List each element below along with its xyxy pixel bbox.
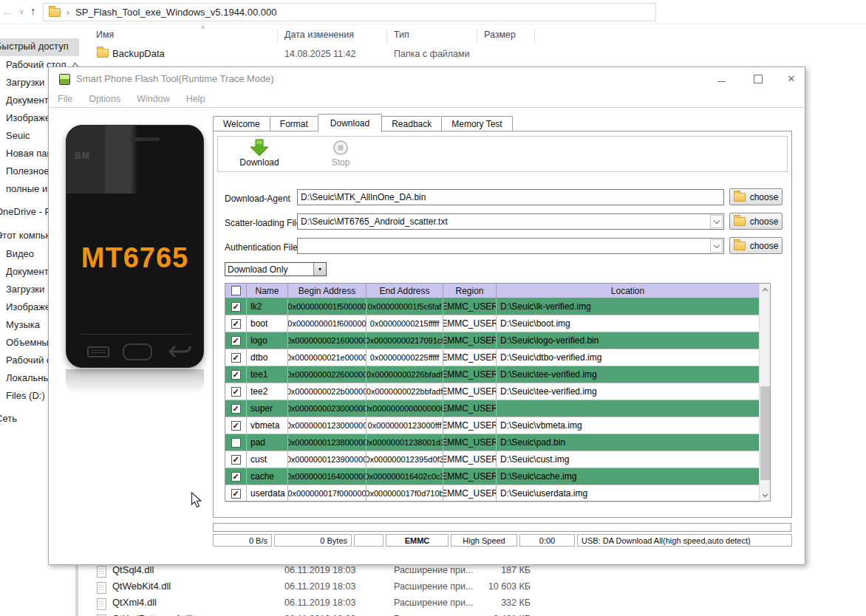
- auth-file-input[interactable]: [297, 238, 724, 254]
- download-agent-input[interactable]: [297, 189, 724, 205]
- tab-format[interactable]: Format: [270, 116, 318, 131]
- column-separator[interactable]: [477, 29, 477, 43]
- scatter-dropdown-button[interactable]: [710, 215, 723, 228]
- file-row-backupdata[interactable]: BackupData 14.08.2025 11:42 Папка с файл…: [0, 46, 866, 64]
- table-row[interactable]: ✓boot0x000000001f6000000x00000000215ffff…: [225, 315, 760, 332]
- column-separator[interactable]: [386, 29, 387, 43]
- auth-choose-button[interactable]: choose: [729, 237, 783, 254]
- row-checkbox[interactable]: ✓: [231, 472, 241, 482]
- cell-end-address: 0x000000016402c0c3: [366, 468, 443, 485]
- table-row[interactable]: ✓tee20x0000000022b000000x0000000022bbfad…: [225, 383, 760, 400]
- tab-memory-test[interactable]: Memory Test: [441, 116, 512, 131]
- file-row[interactable]: QtWebKit4.dll06.11.2019 18:03Расширение …: [0, 579, 866, 595]
- table-row[interactable]: ✓super0x00000000230000000x00000000000000…: [225, 400, 760, 417]
- address-bar[interactable]: › SP_Flash_Tool_exe_Windows_v5.1944.00.0…: [43, 3, 656, 21]
- scatter-choose-button[interactable]: choose: [729, 213, 783, 230]
- tab-readback[interactable]: Readback: [381, 116, 442, 131]
- auth-dropdown-button[interactable]: [710, 239, 723, 253]
- row-checkbox[interactable]: ✓: [231, 302, 241, 312]
- close-button[interactable]: ✕: [780, 72, 802, 86]
- row-checkbox-cell: [225, 434, 247, 451]
- scatter-file-input[interactable]: [297, 213, 724, 230]
- cell-begin-address: 0x0000000022600000: [288, 366, 366, 383]
- folder-icon: [734, 217, 746, 226]
- menu-help[interactable]: Help: [186, 91, 205, 107]
- table-row[interactable]: ✓userdata0x000000017f0000000x000000017f0…: [225, 485, 760, 502]
- dropdown-arrow-icon[interactable]: ▼: [313, 263, 326, 276]
- menu-window[interactable]: Window: [137, 91, 169, 107]
- tab-download[interactable]: Download: [318, 114, 382, 132]
- download-tab-panel: Download Stop Download-Agent choose: [213, 131, 792, 518]
- scroll-down-icon[interactable]: [760, 489, 771, 501]
- history-chevron-icon[interactable]: ∨: [19, 8, 24, 16]
- sidebar-item-label: Объемные: [6, 337, 54, 348]
- column-separator[interactable]: [277, 29, 278, 43]
- column-header-size[interactable]: Размер: [484, 30, 516, 40]
- menu-file[interactable]: File: [58, 91, 72, 107]
- screen: ← ∨ ↑ › SP_Flash_Tool_exe_Windows_v5.194…: [0, 0, 866, 616]
- row-checkbox[interactable]: [231, 438, 241, 448]
- minimize-button[interactable]: [710, 72, 732, 86]
- column-header-date[interactable]: Дата изменения: [284, 30, 354, 40]
- row-checkbox[interactable]: ✓: [231, 404, 241, 414]
- row-checkbox-cell: ✓: [225, 366, 247, 383]
- cell-name: tee1: [247, 366, 288, 383]
- file-row[interactable]: QtXmlPatterns4.dll06.11.2019 18:03Расшир…: [0, 612, 866, 616]
- column-header-name[interactable]: Name: [247, 284, 288, 298]
- download-button[interactable]: Download: [236, 138, 283, 168]
- scroll-up-icon[interactable]: [760, 284, 771, 295]
- cell-location: D:\Seuic\pad.bin: [497, 434, 760, 451]
- column-header-type[interactable]: Тип: [394, 30, 409, 40]
- status-link: High Speed: [451, 534, 517, 547]
- row-checkbox[interactable]: ✓: [231, 387, 241, 397]
- sidebar-item-label: Видео: [6, 248, 34, 259]
- row-checkbox[interactable]: ✓: [231, 319, 241, 329]
- table-row[interactable]: ✓cust0x00000001239000000x000000012395d0f…: [225, 451, 760, 468]
- scatter-file-label: Scatter-loading File: [225, 218, 301, 228]
- cell-name: cache: [247, 468, 288, 485]
- row-checkbox[interactable]: ✓: [231, 353, 241, 363]
- column-header-region[interactable]: Region: [443, 284, 497, 298]
- row-checkbox[interactable]: ✓: [231, 421, 241, 431]
- row-checkbox[interactable]: ✓: [231, 455, 241, 465]
- action-toolbar: Download Stop: [217, 136, 788, 172]
- file-row[interactable]: QtSql4.dll06.11.2019 18:03Расширение при…: [0, 563, 866, 579]
- menu-options[interactable]: Options: [89, 91, 120, 107]
- column-header-begin-address[interactable]: Begin Address: [288, 284, 366, 298]
- maximize-button[interactable]: [747, 72, 769, 86]
- table-row[interactable]: ✓tee10x00000000226000000x00000000226bfad…: [225, 366, 760, 383]
- select-all-checkbox[interactable]: [231, 286, 241, 295]
- row-checkbox[interactable]: ✓: [231, 336, 241, 346]
- sort-ascending-icon: ^: [201, 25, 205, 33]
- column-separator[interactable]: [534, 29, 535, 43]
- table-row[interactable]: ✓vbmeta0x00000001230000000x0000000123000…: [225, 417, 760, 434]
- back-icon[interactable]: ←: [1, 5, 13, 18]
- row-checkbox[interactable]: ✓: [231, 370, 241, 380]
- column-header-location[interactable]: Location: [497, 284, 760, 298]
- table-row[interactable]: ✓logo0x00000000216000000x00000000217091c…: [225, 332, 760, 349]
- download-agent-choose-button[interactable]: choose: [729, 188, 783, 205]
- file-row[interactable]: QtXml4.dll06.11.2019 18:03Расширение при…: [0, 595, 866, 612]
- scrollbar-thumb[interactable]: [760, 386, 770, 480]
- download-mode-select[interactable]: Download Only ▼: [225, 262, 327, 276]
- title-bar[interactable]: Smart Phone Flash Tool(Runtime Trace Mod…: [49, 67, 805, 91]
- row-checkbox[interactable]: ✓: [231, 489, 241, 499]
- cell-name: userdata: [247, 485, 288, 502]
- up-icon[interactable]: ↑: [30, 4, 36, 17]
- column-header-end-address[interactable]: End Address: [366, 284, 443, 298]
- cell-location: D:\Seuic\tee-verified.img: [497, 366, 760, 383]
- sidebar-group-header[interactable]: Быстрый доступ: [0, 38, 79, 56]
- cell-begin-address: 0x0000000164000000: [288, 468, 366, 485]
- tab-welcome[interactable]: Welcome: [213, 116, 270, 131]
- cell-region: EMMC_USER: [443, 349, 497, 366]
- cell-region: EMMC_USER: [443, 417, 497, 434]
- download-mode-value: Download Only: [225, 264, 313, 275]
- table-row[interactable]: ✓dtbo0x0000000021e000000x00000000225ffff…: [225, 349, 760, 366]
- table-row[interactable]: ✓lk20x000000001f5000000x000000001f5c6faf…: [225, 298, 760, 315]
- table-row[interactable]: pad0x00000001238000000x00000001238001d3E…: [225, 434, 760, 451]
- breadcrumb[interactable]: SP_Flash_Tool_exe_Windows_v5.1944.00.000: [75, 7, 276, 18]
- table-row[interactable]: ✓cache0x00000001640000000x000000016402c0…: [225, 468, 760, 485]
- table-scrollbar[interactable]: [759, 284, 770, 501]
- cell-begin-address: 0x0000000123900000: [288, 451, 366, 468]
- cell-region: EMMC_USER: [443, 485, 497, 502]
